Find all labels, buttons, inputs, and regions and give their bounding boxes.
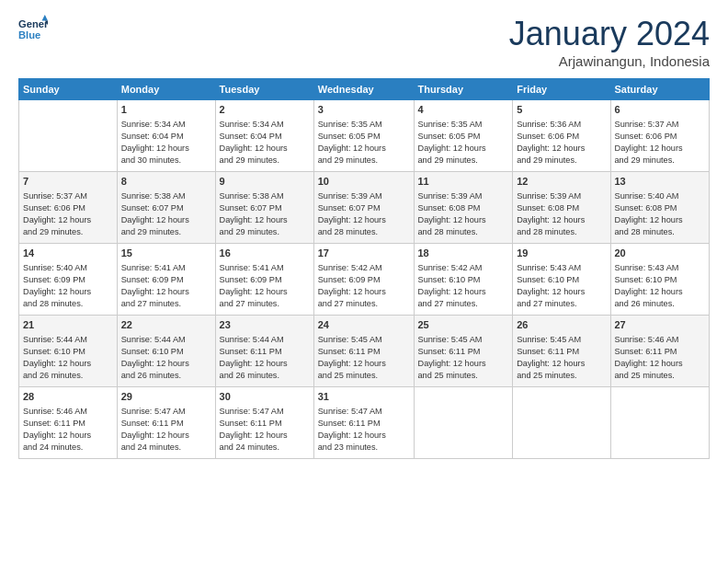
calendar-cell: 17Sunrise: 5:42 AMSunset: 6:09 PMDayligh… [313, 244, 414, 316]
day-number: 9 [220, 175, 310, 189]
day-number: 23 [220, 318, 310, 332]
day-number: 14 [23, 247, 113, 260]
calendar-cell: 11Sunrise: 5:39 AMSunset: 6:08 PMDayligh… [414, 172, 513, 244]
header: General Blue January 2024 Arjawinangun, … [18, 15, 710, 69]
day-number: 31 [318, 390, 410, 404]
day-number: 13 [615, 175, 706, 189]
calendar-cell: 27Sunrise: 5:46 AMSunset: 6:11 PMDayligh… [610, 316, 710, 387]
day-number: 8 [121, 175, 211, 189]
calendar-cell: 9Sunrise: 5:38 AMSunset: 6:07 PMDaylight… [215, 172, 313, 244]
calendar-cell: 22Sunrise: 5:44 AMSunset: 6:10 PMDayligh… [117, 316, 215, 387]
column-header-tuesday: Tuesday [215, 79, 313, 100]
day-number: 6 [615, 103, 706, 117]
day-number: 20 [615, 247, 706, 260]
calendar-cell: 16Sunrise: 5:41 AMSunset: 6:09 PMDayligh… [215, 244, 313, 316]
svg-text:Blue: Blue [18, 29, 40, 40]
day-number: 15 [121, 247, 211, 260]
page: General Blue January 2024 Arjawinangun, … [0, 0, 728, 563]
day-number: 2 [220, 103, 310, 117]
calendar-cell: 4Sunrise: 5:35 AMSunset: 6:05 PMDaylight… [414, 100, 513, 172]
calendar-cell: 10Sunrise: 5:39 AMSunset: 6:07 PMDayligh… [313, 172, 414, 244]
calendar-cell: 24Sunrise: 5:45 AMSunset: 6:11 PMDayligh… [313, 316, 414, 387]
svg-marker-2 [42, 15, 48, 20]
calendar-cell: 20Sunrise: 5:43 AMSunset: 6:10 PMDayligh… [610, 244, 710, 316]
logo-icon: General Blue [18, 15, 48, 44]
column-header-wednesday: Wednesday [313, 79, 414, 100]
header-row: SundayMondayTuesdayWednesdayThursdayFrid… [19, 79, 710, 100]
calendar-cell [513, 387, 610, 459]
calendar-cell: 26Sunrise: 5:45 AMSunset: 6:11 PMDayligh… [513, 316, 610, 387]
day-number: 29 [121, 390, 211, 404]
calendar-cell: 14Sunrise: 5:40 AMSunset: 6:09 PMDayligh… [19, 244, 118, 316]
day-number: 7 [23, 175, 113, 189]
calendar-cell: 21Sunrise: 5:44 AMSunset: 6:10 PMDayligh… [19, 316, 118, 387]
calendar-cell [414, 387, 513, 459]
week-row-1: 1Sunrise: 5:34 AMSunset: 6:04 PMDaylight… [19, 100, 710, 172]
day-number: 24 [318, 318, 410, 332]
calendar-cell: 23Sunrise: 5:44 AMSunset: 6:11 PMDayligh… [215, 316, 313, 387]
calendar-cell: 12Sunrise: 5:39 AMSunset: 6:08 PMDayligh… [513, 172, 610, 244]
day-number: 18 [418, 247, 509, 260]
day-number: 3 [318, 103, 410, 117]
day-number: 16 [220, 247, 310, 260]
calendar-cell: 18Sunrise: 5:42 AMSunset: 6:10 PMDayligh… [414, 244, 513, 316]
day-number: 26 [517, 318, 606, 332]
calendar-cell: 7Sunrise: 5:37 AMSunset: 6:06 PMDaylight… [19, 172, 118, 244]
calendar-cell: 13Sunrise: 5:40 AMSunset: 6:08 PMDayligh… [610, 172, 710, 244]
day-number: 1 [121, 103, 211, 117]
calendar-cell: 25Sunrise: 5:45 AMSunset: 6:11 PMDayligh… [414, 316, 513, 387]
calendar-cell: 6Sunrise: 5:37 AMSunset: 6:06 PMDaylight… [610, 100, 710, 172]
day-number: 22 [121, 318, 211, 332]
calendar-cell [610, 387, 710, 459]
day-number: 30 [220, 390, 310, 404]
calendar-cell: 3Sunrise: 5:35 AMSunset: 6:05 PMDaylight… [313, 100, 414, 172]
logo: General Blue [18, 15, 48, 44]
calendar-cell: 1Sunrise: 5:34 AMSunset: 6:04 PMDaylight… [117, 100, 215, 172]
column-header-friday: Friday [513, 79, 610, 100]
calendar-cell: 2Sunrise: 5:34 AMSunset: 6:04 PMDaylight… [215, 100, 313, 172]
calendar-cell: 5Sunrise: 5:36 AMSunset: 6:06 PMDaylight… [513, 100, 610, 172]
day-number: 17 [318, 247, 410, 260]
title-block: January 2024 Arjawinangun, Indonesia [509, 15, 710, 69]
day-number: 27 [615, 318, 706, 332]
column-header-thursday: Thursday [414, 79, 513, 100]
calendar-cell: 30Sunrise: 5:47 AMSunset: 6:11 PMDayligh… [215, 387, 313, 459]
week-row-4: 21Sunrise: 5:44 AMSunset: 6:10 PMDayligh… [19, 316, 710, 387]
column-header-saturday: Saturday [610, 79, 710, 100]
calendar-table: SundayMondayTuesdayWednesdayThursdayFrid… [18, 78, 710, 459]
column-header-sunday: Sunday [19, 79, 118, 100]
calendar-cell: 29Sunrise: 5:47 AMSunset: 6:11 PMDayligh… [117, 387, 215, 459]
calendar-cell: 28Sunrise: 5:46 AMSunset: 6:11 PMDayligh… [19, 387, 118, 459]
calendar-cell: 19Sunrise: 5:43 AMSunset: 6:10 PMDayligh… [513, 244, 610, 316]
calendar-cell [19, 100, 118, 172]
day-number: 5 [517, 103, 606, 117]
day-number: 25 [418, 318, 509, 332]
day-number: 11 [418, 175, 509, 189]
day-number: 10 [318, 175, 410, 189]
week-row-2: 7Sunrise: 5:37 AMSunset: 6:06 PMDaylight… [19, 172, 710, 244]
week-row-5: 28Sunrise: 5:46 AMSunset: 6:11 PMDayligh… [19, 387, 710, 459]
column-header-monday: Monday [117, 79, 215, 100]
day-number: 21 [23, 318, 113, 332]
day-number: 4 [418, 103, 509, 117]
day-number: 28 [23, 390, 113, 404]
day-number: 19 [517, 247, 606, 260]
calendar-cell: 8Sunrise: 5:38 AMSunset: 6:07 PMDaylight… [117, 172, 215, 244]
day-number: 12 [517, 175, 606, 189]
calendar-cell: 31Sunrise: 5:47 AMSunset: 6:11 PMDayligh… [313, 387, 414, 459]
week-row-3: 14Sunrise: 5:40 AMSunset: 6:09 PMDayligh… [19, 244, 710, 316]
month-title: January 2024 [509, 15, 710, 53]
location: Arjawinangun, Indonesia [509, 53, 710, 69]
calendar-cell: 15Sunrise: 5:41 AMSunset: 6:09 PMDayligh… [117, 244, 215, 316]
